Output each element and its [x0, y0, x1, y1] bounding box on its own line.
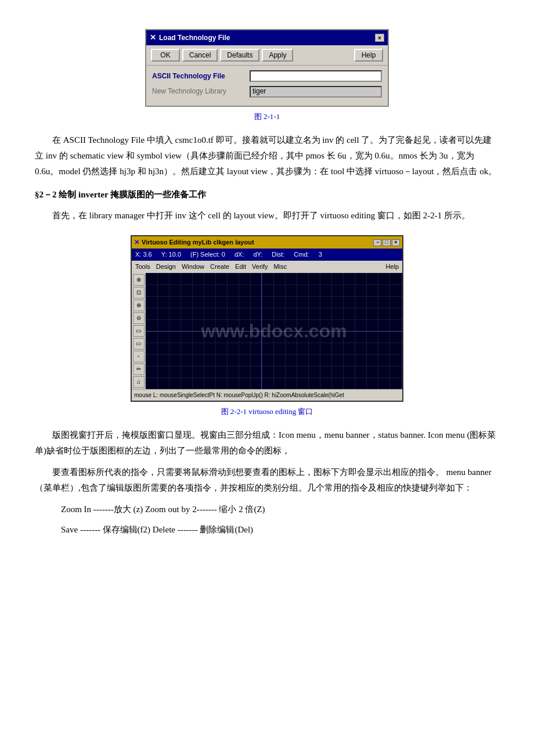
icon-rect3[interactable]: ▫ — [133, 351, 145, 362]
virtuoso-editing-window: ✕ Virtuoso Editing myLib clkgen layout －… — [131, 235, 403, 401]
list-item-1: Zoom In -------放大 (z) Zoom out by 2-----… — [61, 502, 499, 517]
status-y: Y: 10.0 — [161, 249, 181, 260]
icon-select[interactable]: ⊕ — [133, 274, 145, 286]
menu-tools[interactable]: Tools — [135, 261, 150, 272]
fig2-caption: 图 2-2-1 virtuoso editing 窗口 — [35, 405, 499, 418]
virtuoso-title-left: ✕ Virtuoso Editing myLib clkgen layout — [134, 237, 254, 248]
virtuoso-container: ✕ Virtuoso Editing myLib clkgen layout －… — [35, 235, 499, 401]
dialog-titlebar: ✕ Load Technology File × — [146, 30, 388, 45]
virtuoso-canvas: www.bdocx.com — [146, 273, 402, 389]
menu-window[interactable]: Window — [182, 261, 204, 272]
defaults-button[interactable]: Defaults — [220, 49, 259, 62]
help-button[interactable]: Help — [354, 49, 383, 62]
close-button[interactable]: × — [392, 239, 400, 246]
icon-zoom-out[interactable]: ⊖ — [133, 312, 145, 324]
status-cmd: Cmd: — [294, 249, 309, 260]
dialog-title-text: Load Technology File — [159, 32, 230, 44]
virtuoso-menubar: Tools Design Window Create Edit Verify M… — [132, 261, 402, 273]
icon-zoom-box[interactable]: ⊡ — [133, 287, 145, 298]
status-f: (F) Select: 0 — [190, 249, 225, 260]
new-lib-field: New Technology Library tiger — [152, 85, 382, 97]
icon-misc[interactable]: ♫ — [133, 376, 145, 388]
section-heading-2: §2－2 绘制 inverter 掩膜版图的一些准备工作 — [35, 188, 499, 203]
dialog-toolbar: OK Cancel Defaults Apply Help — [146, 45, 388, 66]
status-dist: Dist: — [272, 249, 284, 260]
apply-button[interactable]: Apply — [262, 49, 293, 62]
bottom-status-text: mouse L: mouseSingleSelectPt N: mousePop… — [134, 390, 344, 400]
menu-misc[interactable]: Misc — [274, 261, 287, 272]
dialog-close-button[interactable]: × — [375, 34, 384, 42]
ascii-label: ASCII Technology File — [152, 70, 245, 82]
dialog-title-x-icon: ✕ — [150, 31, 156, 44]
paragraph-4: 要查看图标所代表的指令，只需要将鼠标滑动到想要查看的图标上，图标下方即会显示出相… — [35, 465, 499, 496]
paragraph-3: 版图视窗打开后，掩模版图窗口显现。视窗由三部分组成：Icon menu，menu… — [35, 427, 499, 459]
canvas-hline — [146, 331, 402, 332]
icon-rect1[interactable]: ▭ — [133, 325, 145, 337]
status-dx: dX: — [234, 249, 244, 260]
ok-button[interactable]: OK — [151, 49, 180, 62]
icon-rect2[interactable]: ▭ — [133, 338, 145, 350]
virtuoso-title-x-icon: ✕ — [134, 237, 139, 248]
dialog-title-left: ✕ Load Technology File — [150, 31, 230, 44]
dialog-body: ASCII Technology File New Technology Lib… — [146, 66, 388, 106]
paragraph-1: 在 ASCII Technology File 中填入 csmc1o0.tf 即… — [35, 132, 499, 179]
virtuoso-main: ⊕ ⊡ ⊕ ⊖ ▭ ▭ ▫ ✏ ♫ www.bdocx.com — [132, 273, 402, 389]
icon-draw[interactable]: ✏ — [133, 363, 145, 375]
minimize-button[interactable]: － — [373, 239, 381, 246]
virtuoso-bottombar: mouse L: mouseSingleSelectPt N: mousePop… — [132, 389, 402, 401]
virtuoso-titlebar: ✕ Virtuoso Editing myLib clkgen layout －… — [132, 236, 402, 249]
ascii-field: ASCII Technology File — [152, 70, 382, 82]
virtuoso-icon-panel: ⊕ ⊡ ⊕ ⊖ ▭ ▭ ▫ ✏ ♫ — [132, 273, 146, 389]
virtuoso-statusbar: X: 3.6 Y: 10.0 (F) Select: 0 dX: dY: Dis… — [132, 249, 402, 261]
fig1-caption: 图 2-1-1 — [35, 110, 499, 123]
menu-create[interactable]: Create — [210, 261, 229, 272]
status-x: X: 3.6 — [135, 249, 152, 260]
list-item-2: Save ------- 保存编辑(f2) Delete ------- 删除编… — [61, 522, 499, 538]
status-val: 3 — [319, 249, 322, 260]
canvas-vline — [261, 273, 262, 389]
ascii-input[interactable] — [250, 70, 382, 82]
menu-design[interactable]: Design — [156, 261, 176, 272]
maximize-button[interactable]: □ — [383, 239, 391, 246]
virtuoso-title-text: Virtuoso Editing myLib clkgen layout — [142, 237, 254, 248]
menu-edit[interactable]: Edit — [235, 261, 246, 272]
menu-verify[interactable]: Verify — [252, 261, 268, 272]
load-technology-dialog: ✕ Load Technology File × OK Cancel Defau… — [145, 29, 389, 107]
paragraph-2: 首先，在 library manager 中打开 inv 这个 cell 的 l… — [35, 208, 499, 224]
dialog-container: ✕ Load Technology File × OK Cancel Defau… — [35, 29, 499, 107]
virtuoso-win-buttons: － □ × — [373, 239, 400, 246]
new-lib-label: New Technology Library — [152, 85, 245, 97]
icon-zoom-in[interactable]: ⊕ — [133, 300, 145, 311]
new-lib-value: tiger — [250, 86, 382, 98]
cancel-button[interactable]: Cancel — [182, 49, 218, 62]
menu-help[interactable]: Help — [385, 261, 399, 272]
status-dy: dY: — [253, 249, 262, 260]
